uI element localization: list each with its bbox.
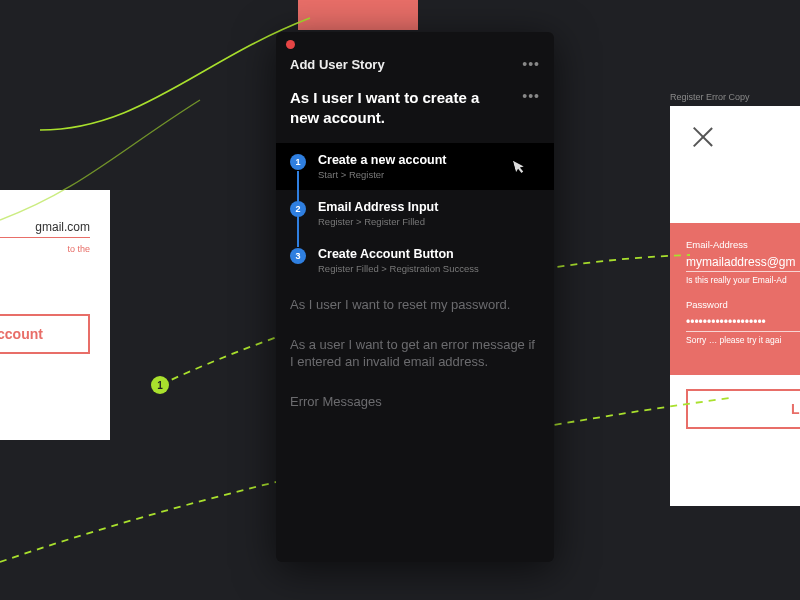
step-connector xyxy=(297,215,299,247)
step-number-badge: 2 xyxy=(290,201,306,217)
artboard-register-error[interactable]: up Email-Address mymailaddress@gm Is thi… xyxy=(670,106,800,506)
step-number-badge: 3 xyxy=(290,248,306,264)
story-step[interactable]: 1 Create a new account Start > Register xyxy=(276,143,554,190)
step-number-badge: 1 xyxy=(290,154,306,170)
window-titlebar xyxy=(276,32,554,50)
email-value: gmail.com xyxy=(0,220,90,238)
story-step[interactable]: 2 Email Address Input Register > Registe… xyxy=(276,190,554,237)
login-button[interactable]: Login xyxy=(686,389,800,429)
story-item[interactable]: Error Messages xyxy=(290,393,540,411)
email-field[interactable]: mymailaddress@gm xyxy=(686,253,800,272)
user-story-panel: Add User Story ••• As I user I want to c… xyxy=(276,32,554,562)
create-account-button[interactable]: ccount xyxy=(0,314,90,354)
brand-logo: up xyxy=(670,106,800,223)
panel-title: Add User Story xyxy=(290,57,385,72)
artboard-label: Register Error Copy xyxy=(670,92,750,102)
email-hint: to the xyxy=(0,244,90,254)
step-name: Create a new account xyxy=(318,153,540,167)
password-field[interactable]: ••••••••••••••••••• xyxy=(686,313,800,332)
other-stories-list: As I user I want to reset my password. A… xyxy=(276,284,554,422)
email-label: Email-Address xyxy=(686,239,800,250)
panel-menu-icon[interactable]: ••• xyxy=(522,56,540,72)
story-item[interactable]: As I user I want to reset my password. xyxy=(290,296,540,314)
step-path: Register > Register Filled xyxy=(318,216,540,227)
email-error-hint: Is this really your Email-Ad xyxy=(686,275,800,285)
step-name: Email Address Input xyxy=(318,200,540,214)
step-connector xyxy=(297,171,299,203)
password-error-hint: Sorry … please try it agai xyxy=(686,335,800,345)
artboard-accent-block xyxy=(298,0,418,30)
password-label: Password xyxy=(686,299,800,310)
story-item[interactable]: As a user I want to get an error message… xyxy=(290,336,540,371)
window-close-icon[interactable] xyxy=(286,40,295,49)
story-steps: 1 Create a new account Start > Register … xyxy=(276,143,554,284)
story-menu-icon[interactable]: ••• xyxy=(522,88,540,104)
story-title: As I user I want to create a new account… xyxy=(290,88,510,127)
step-name: Create Account Button xyxy=(318,247,540,261)
step-path: Register Filled > Registration Success xyxy=(318,263,540,274)
artboard-register[interactable]: gmail.com to the ccount xyxy=(0,190,110,440)
step-path: Start > Register xyxy=(318,169,540,180)
close-icon[interactable] xyxy=(692,126,714,148)
flow-node-marker[interactable]: 1 xyxy=(151,376,169,394)
story-step[interactable]: 3 Create Account Button Register Filled … xyxy=(276,237,554,284)
